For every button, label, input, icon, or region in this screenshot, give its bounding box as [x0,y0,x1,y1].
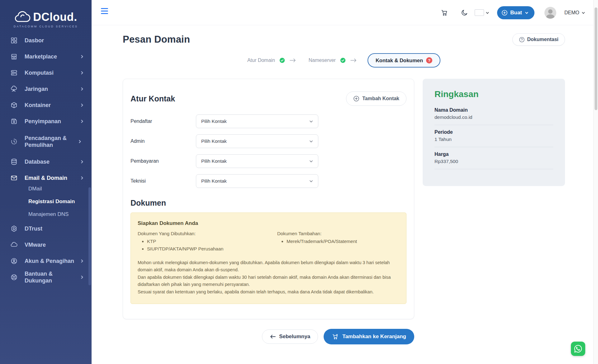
backup-clock-icon [10,138,18,145]
summary-row: Harga Rp337,500 [434,152,553,164]
chevron-down-icon [309,159,314,164]
page-scrollbar-thumb[interactable] [595,7,597,110]
sidebar-item-label: Bantuan & Dukungan [25,270,80,284]
chevron-down-icon [309,119,314,124]
chevron-right-icon [80,176,84,180]
sidebar-item-label: DTrust [25,225,84,232]
add-to-cart-button[interactable]: Tambahkan ke Keranjang [324,329,414,344]
sidebar-item-label: Email & Domain [25,175,80,182]
sidebar-item-dasbor[interactable]: Dasbor [0,32,92,49]
sidebar-item-label: Database [25,158,80,166]
topbar: Buat DEMO [92,0,598,25]
divider [434,125,553,125]
sidebar-item-label: Akun & Penagihan [25,258,80,265]
sidebar-item-label: Kontainer [25,102,80,109]
summary-value: Rp337,500 [434,159,553,164]
summary-label: Nama Domain [434,107,553,113]
summary-row: Nama Domain demodcloud.co.id [434,107,553,120]
sidebar-item-label: Penyimpanan [25,118,80,125]
plus-circle-icon [501,10,508,16]
summary-value: 1 Tahun [434,137,553,142]
email-domain-submenu: DMail Registrasi Domain Manajemen DNS [0,182,92,221]
previous-step-button[interactable]: Sebelumnya [262,329,318,344]
step-nameserver[interactable]: Nameserver [309,58,336,63]
create-button-label: Buat [510,10,522,16]
chevron-down-icon [309,179,314,184]
chevron-right-icon [80,87,84,91]
cart-icon[interactable] [440,9,448,16]
page-scrollbar[interactable] [593,0,598,364]
required-docs-list: KTP SIUP/TDP/AKTA/NPWP Perusahaan [138,239,277,251]
brand-logo[interactable]: DCloud. DATACOMM CLOUD SERVICES [0,11,92,28]
additional-docs-title: Dokumen Tambahan: [277,231,357,236]
sidebar-scrollbar-thumb[interactable] [88,187,91,285]
whatsapp-icon [574,344,582,353]
main-content: Pesan Domain Dokumentasi Atur Domain Nam… [92,25,598,364]
sidebar-item-jaringan[interactable]: Jaringan [0,81,92,97]
additional-doc-item: Merek/Trademark/POA/Statement [287,239,357,244]
chevron-down-icon [309,139,314,144]
sidebar-item-label: Dasbor [25,37,84,44]
pembayaran-select[interactable]: Pilih Kontak [196,154,318,168]
user-name: DEMO [564,10,579,16]
brand-tagline: DATACOMM CLOUD SERVICES [14,25,78,28]
required-docs-title: Dokumen Yang Dibutuhkan: [138,231,277,236]
field-label-pendaftar: Pendaftar [131,119,196,124]
cloud-icon [10,241,18,249]
pendaftar-select[interactable]: Pilih Kontak [196,114,318,128]
sidebar-item-pencadangan[interactable]: Pencadangan & Pemulihan [0,129,92,154]
sidebar-item-bantuan[interactable]: Bantuan & Dukungan [0,269,92,285]
documentation-button[interactable]: Dokumentasi [512,33,565,46]
select-placeholder: Pilih Kontak [201,158,227,164]
sidebar-subitem-registrasi-domain[interactable]: Registrasi Domain [0,195,92,208]
select-placeholder: Pilih Kontak [201,178,227,184]
plus-circle-icon [353,96,359,102]
warning-title: Siapkan Dokumen Anda [138,220,399,226]
sidebar-item-label: Marketplace [25,53,80,60]
sidebar-item-label: Pencadangan & Pemulihan [25,135,78,149]
chevron-down-icon [485,11,490,15]
sidebar-item-penyimpanan[interactable]: Penyimpanan [0,113,92,129]
add-to-cart-label: Tambahkan ke Keranjang [342,334,406,340]
step-atur-domain[interactable]: Atur Domain [247,58,275,63]
language-selector[interactable] [475,9,490,16]
sidebar-subitem-dmail[interactable]: DMail [0,182,92,195]
user-menu[interactable]: DEMO [544,7,586,19]
dashboard-icon [10,37,18,44]
summary-value: demodcloud.co.id [434,114,553,120]
sidebar-item-database[interactable]: Database [0,154,92,170]
sidebar-item-dtrust[interactable]: DTrust [0,221,92,237]
page-title: Pesan Domain [123,34,190,45]
sidebar-item-kontainer[interactable]: Kontainer [0,97,92,113]
menu-toggle-button[interactable] [101,8,108,16]
sidebar-item-marketplace[interactable]: Marketplace [0,49,92,65]
cart-plus-icon [332,333,339,340]
chevron-right-icon [80,259,84,263]
field-label-teknisi: Teknisi [131,178,196,184]
database-icon [10,158,18,166]
sidebar-item-vmware[interactable]: VMware [0,237,92,253]
sidebar-item-label: Jaringan [25,86,80,93]
documentation-label: Dokumentasi [527,37,558,42]
sidebar-item-label: Komputasi [25,69,80,77]
contact-document-card: Atur Kontak Tambah Kontak Pendaftar Pili… [123,79,414,319]
whatsapp-button[interactable] [571,342,585,356]
chevron-down-icon [581,11,586,15]
sidebar-item-komputasi[interactable]: Komputasi [0,65,92,81]
document-warning-box: Siapkan Dokumen Anda Dokumen Yang Dibutu… [131,212,406,304]
sidebar-subitem-manajemen-dns[interactable]: Manajemen DNS [0,208,92,221]
warning-note: Sesuai syarat dan ketentuan yang berlaku… [138,288,399,296]
dark-mode-moon-icon[interactable] [461,9,468,16]
add-contact-button[interactable]: Tambah Kontak [346,91,406,106]
create-button[interactable]: Buat [497,6,534,19]
admin-select[interactable]: Pilih Kontak [196,134,318,148]
teknisi-select[interactable]: Pilih Kontak [196,174,318,188]
user-circle-icon [10,257,18,265]
field-label-pembayaran: Pembayaran [131,158,196,164]
arrow-right-icon [350,58,357,63]
chevron-right-icon [80,54,84,59]
contact-section-title: Atur Kontak [131,94,175,103]
summary-row: Periode 1 Tahun [434,129,553,142]
sidebar-item-akun[interactable]: Akun & Penagihan [0,253,92,269]
step-kontak-dokumen[interactable]: Kontak & Dokumen ? [368,53,440,68]
